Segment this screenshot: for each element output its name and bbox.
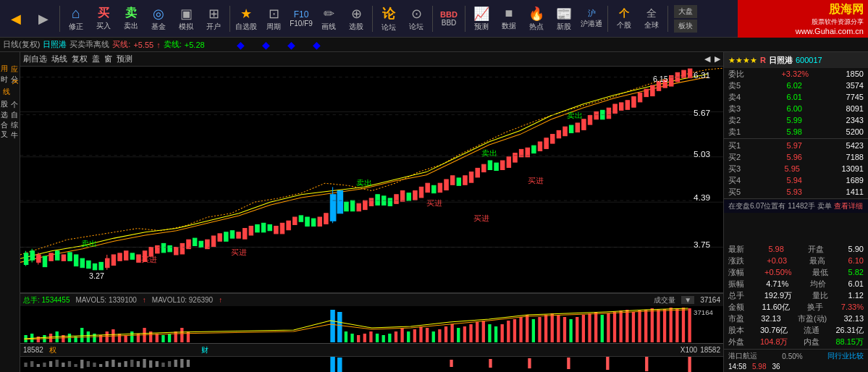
svg-text:37164: 37164 xyxy=(694,309,713,316)
svg-rect-235 xyxy=(337,358,342,372)
buy-sell-line: 买卖乖离线 xyxy=(69,39,109,50)
ask4-label: 卖4 xyxy=(728,92,743,103)
amplitude-val: 4.71% xyxy=(766,279,788,288)
svg-rect-184 xyxy=(557,315,560,342)
svg-rect-72 xyxy=(419,187,423,198)
global-button[interactable]: 全 全球 xyxy=(639,2,665,35)
svg-rect-35 xyxy=(193,238,196,245)
sidebar-minute[interactable]: 分时图 xyxy=(0,65,20,74)
svg-rect-199 xyxy=(651,308,654,342)
compare-link[interactable]: 同行业比较 xyxy=(827,351,864,361)
chart-stats-bar: 总手: 1534455 MAVOL5: 1339100 ↑ MAVOL10: 9… xyxy=(20,293,723,306)
vol-dropdown[interactable]: ▼ xyxy=(681,296,694,304)
svg-rect-236 xyxy=(450,360,452,367)
svg-rect-13 xyxy=(62,255,65,261)
hotspot-label: 热点 xyxy=(529,22,544,32)
sidebar-individual[interactable]: 个股资料 xyxy=(0,90,20,99)
info-bar: 日线(复权) 日照港 买卖乖离线 买线: +5.55 ↑ 卖线: +5.28 ◆… xyxy=(0,38,868,52)
ask4-vol: 7745 xyxy=(846,93,864,101)
svg-rect-170 xyxy=(469,324,472,342)
spread-label: 委比 xyxy=(728,69,744,80)
buy-button[interactable]: 买 买入 xyxy=(90,2,117,35)
sell-signal-1: 卖出 xyxy=(81,239,97,248)
hotspot-button[interactable]: 🔥 热点 xyxy=(523,2,549,35)
self-select-button[interactable]: ★ 自选股 xyxy=(233,2,259,35)
sidebar-bull-bear[interactable]: 牛叉分析 xyxy=(0,121,20,130)
ob-bid3-row: 买3 5.95 13091 xyxy=(724,163,868,174)
bid4-label: 买4 xyxy=(728,175,743,186)
big-market-button[interactable]: 大盘 xyxy=(674,5,697,18)
ma10-vol: MAVOL10: 926390 xyxy=(152,296,213,304)
ma5-arrow: ↑ xyxy=(143,296,146,304)
btn-window[interactable]: 窗 xyxy=(104,54,112,64)
svg-rect-225 xyxy=(137,361,140,367)
sell-button[interactable]: 卖 卖出 xyxy=(118,2,144,35)
bbd-button[interactable]: BBD BBD xyxy=(436,2,462,35)
high-label: 最高 xyxy=(809,255,825,266)
sidebar-ranking[interactable]: 综合排名 xyxy=(0,111,20,119)
candle-group xyxy=(24,69,691,270)
news-button[interactable]: 📰 新股 xyxy=(551,2,577,35)
sidebar-kline[interactable]: K线图 xyxy=(0,75,20,89)
nav-left[interactable]: ◀ xyxy=(704,54,710,64)
btn-self-select[interactable]: 刷自选 xyxy=(23,54,47,64)
r-badge: R xyxy=(760,56,766,64)
sector-button[interactable]: 板块 xyxy=(674,20,697,33)
svg-rect-56 xyxy=(324,214,328,224)
btn-field-line[interactable]: 场线 xyxy=(51,54,67,64)
notice-detail-link[interactable]: 查看详细 xyxy=(834,202,863,210)
svg-rect-91 xyxy=(538,142,542,151)
svg-rect-99 xyxy=(588,116,591,124)
forum-button[interactable]: ⊙ 论坛 xyxy=(403,2,429,35)
repair-button[interactable]: ⌂ 修正 xyxy=(63,2,89,35)
forward-button[interactable]: ▶ xyxy=(30,2,56,35)
svg-rect-68 xyxy=(395,195,398,203)
period-button[interactable]: ⊡ 周期 xyxy=(261,2,287,35)
star-icon: ★ xyxy=(240,6,252,22)
svg-rect-53 xyxy=(306,217,309,226)
btn-predict[interactable]: 预测 xyxy=(117,54,132,64)
svg-rect-229 xyxy=(161,363,164,367)
svg-rect-17 xyxy=(87,261,90,268)
btn-adj[interactable]: 复权 xyxy=(72,54,88,64)
personal-button[interactable]: 个 个股 xyxy=(611,2,637,35)
ask4-price: 6.01 xyxy=(787,93,802,101)
draw-button[interactable]: ✏ 画线 xyxy=(316,2,342,35)
sell-price-val: +5.28 xyxy=(185,41,205,49)
sh-hk-button[interactable]: 沪 沪港通 xyxy=(578,2,604,35)
buy-label: 买入 xyxy=(96,21,111,31)
brand-subtitle: 股票软件资源分享 xyxy=(812,17,864,27)
svg-rect-203 xyxy=(675,308,678,342)
price-label-6.31: 6.31 xyxy=(694,70,710,80)
back-button[interactable]: ◀ xyxy=(3,2,29,35)
divider-5 xyxy=(465,6,465,32)
f10-button[interactable]: F10 F10/F9 xyxy=(288,2,314,35)
equity-val: 30.76亿 xyxy=(760,325,788,336)
market-buttons: 大盘 板块 xyxy=(674,5,697,33)
predict-button[interactable]: 📈 预测 xyxy=(468,2,494,35)
btn-cover[interactable]: 盖 xyxy=(92,54,100,64)
svg-rect-134 xyxy=(106,331,109,342)
price-label-5.67: 5.67 xyxy=(694,108,710,117)
svg-rect-90 xyxy=(532,145,536,153)
open-button[interactable]: ⊞ 开户 xyxy=(201,2,227,35)
float-label: 流通 xyxy=(804,325,819,336)
pick-button[interactable]: ⊕ 选股 xyxy=(343,2,369,35)
svg-rect-211 xyxy=(49,361,52,367)
fund-button[interactable]: ◎ 基金 xyxy=(146,2,172,35)
data-button[interactable]: ■ 数据 xyxy=(496,2,522,35)
sidebar-apply[interactable]: 应用 xyxy=(0,55,20,64)
sim-button[interactable]: ▣ 模拟 xyxy=(173,2,199,35)
nav-right[interactable]: ▶ xyxy=(715,54,720,64)
outside-label: 外盘 xyxy=(728,337,744,347)
inside-label: 内盘 xyxy=(804,337,819,347)
pick-label: 选股 xyxy=(349,22,363,32)
bbs-button[interactable]: 论 论坛 xyxy=(376,2,402,35)
svg-rect-41 xyxy=(230,231,234,238)
sidebar-self-select[interactable]: 自选股 xyxy=(0,101,20,109)
svg-rect-44 xyxy=(249,226,253,234)
svg-rect-200 xyxy=(657,310,660,342)
svg-rect-172 xyxy=(482,321,485,342)
bid1-label: 买1 xyxy=(728,140,743,151)
chart-toolbar: 刷自选 场线 复权 盖 窗 预测 ◀ ▶ xyxy=(20,52,723,67)
